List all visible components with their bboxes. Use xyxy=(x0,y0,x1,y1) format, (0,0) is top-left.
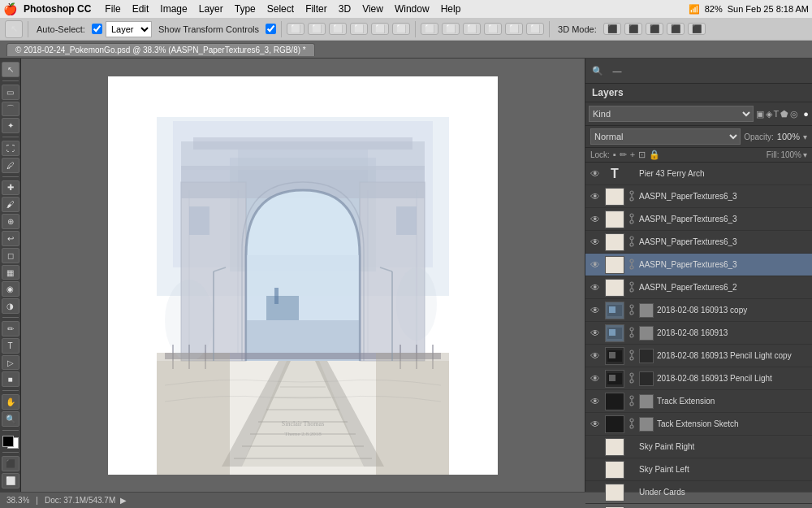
opacity-value[interactable]: 100% xyxy=(777,132,800,141)
align-center-btn[interactable]: ⬜ xyxy=(308,23,326,35)
lock-all-icon[interactable]: 🔒 xyxy=(649,150,660,160)
menu-select[interactable]: Select xyxy=(261,3,300,15)
panel-minimize-btn[interactable]: — xyxy=(608,62,626,80)
show-transform-checkbox[interactable] xyxy=(266,24,276,34)
layer-link-icon[interactable] xyxy=(628,350,636,363)
layer-visibility-toggle[interactable]: 👁 xyxy=(589,259,602,271)
layer-row[interactable]: 👁AASPN_PaperTextures6_3 xyxy=(585,254,812,276)
search-panel-btn[interactable]: 🔍 xyxy=(589,62,607,80)
layer-visibility-toggle[interactable]: 👁 xyxy=(589,282,602,293)
layer-row[interactable]: 👁AASPN_ArtPlayPaletteArtsy_SolidPaper0 xyxy=(585,504,812,508)
layer-row[interactable]: 👁TPier 43 Ferry Arch xyxy=(585,163,812,185)
menu-help[interactable]: Help xyxy=(435,3,467,15)
layer-row[interactable]: 👁2018-02-08 160913 Pencil Light xyxy=(585,367,812,390)
distribute-left-btn[interactable]: ⬜ xyxy=(421,23,438,35)
dodge-tool[interactable]: ◑ xyxy=(2,298,19,314)
layer-row[interactable]: 👁2018-02-08 160913 copy xyxy=(585,299,812,322)
apple-menu[interactable]: 🍎 xyxy=(3,2,17,15)
filter-shape-icon[interactable]: ⬟ xyxy=(780,109,788,119)
menu-image[interactable]: Image xyxy=(154,3,192,15)
blend-mode-select[interactable]: Normal Multiply Screen Overlay xyxy=(590,128,741,145)
opacity-arrow[interactable]: ▾ xyxy=(803,132,807,141)
layer-visibility-toggle[interactable]: 👁 xyxy=(589,305,602,316)
layer-row[interactable]: 👁AASPN_PaperTextures6_3 xyxy=(585,185,812,208)
lock-artboard-icon[interactable]: ⊡ xyxy=(638,150,646,160)
menu-filter[interactable]: Filter xyxy=(300,3,333,15)
canvas-area[interactable]: Sinclair Thomas Theme 2.8.2018 xyxy=(21,59,585,492)
lock-image-icon[interactable]: ✏ xyxy=(620,150,627,160)
layer-row[interactable]: 👁AASPN_PaperTextures6_3 xyxy=(585,231,812,254)
fill-arrow[interactable]: ▾ xyxy=(803,150,807,159)
3d-mode-btn4[interactable]: ⬛ xyxy=(667,23,685,35)
filter-pixel-icon[interactable]: ▣ xyxy=(756,109,764,119)
align-middle-btn[interactable]: ⬜ xyxy=(371,23,389,35)
path-selection-tool[interactable]: ▷ xyxy=(2,355,19,371)
layer-visibility-toggle[interactable]: 👁 xyxy=(589,191,602,202)
color-swatches[interactable] xyxy=(2,436,19,449)
eraser-tool[interactable]: ◻ xyxy=(2,248,19,263)
healing-tool[interactable]: ✚ xyxy=(2,180,19,196)
doc-tab[interactable]: © 2018-02-24_PokemonGo.psd @ 38.3% (AASP… xyxy=(6,43,315,56)
layer-row[interactable]: Sky Paint Left xyxy=(585,458,812,481)
align-bottom-btn[interactable]: ⬜ xyxy=(392,23,410,35)
layer-link-icon[interactable] xyxy=(628,327,636,340)
menu-file[interactable]: File xyxy=(99,3,126,15)
layer-visibility-toggle[interactable]: 👁 xyxy=(589,396,602,407)
layer-link-icon[interactable] xyxy=(628,258,636,271)
layer-link-icon[interactable] xyxy=(628,418,636,431)
layer-list[interactable]: 👁TPier 43 Ferry Arch👁AASPN_PaperTextures… xyxy=(585,163,812,508)
layer-visibility-toggle[interactable]: 👁 xyxy=(589,373,602,384)
hand-tool[interactable]: ✋ xyxy=(2,394,19,410)
layer-visibility-toggle[interactable]: 👁 xyxy=(589,214,602,225)
layer-row[interactable]: 👁2018-02-08 160913 Pencil Light copy xyxy=(585,345,812,367)
distribute-right-btn[interactable]: ⬜ xyxy=(463,23,481,35)
menu-window[interactable]: Window xyxy=(389,3,435,15)
layer-link-icon[interactable] xyxy=(628,213,636,226)
lock-position-icon[interactable]: + xyxy=(630,150,635,160)
layer-visibility-toggle[interactable]: 👁 xyxy=(589,168,602,180)
screen-mode-btn[interactable]: ⬜ xyxy=(2,473,19,488)
pen-tool[interactable]: ✏ xyxy=(2,321,19,336)
layer-link-icon[interactable] xyxy=(628,190,636,203)
layer-visibility-toggle[interactable]: 👁 xyxy=(589,328,602,339)
layer-link-icon[interactable] xyxy=(628,304,636,317)
auto-select-checkbox[interactable] xyxy=(92,24,102,34)
layer-row[interactable]: 👁Track Extension xyxy=(585,390,812,413)
3d-mode-btn1[interactable]: ⬛ xyxy=(603,23,621,35)
filter-type-icon[interactable]: T xyxy=(774,109,780,119)
fill-value[interactable]: 100% xyxy=(780,150,801,159)
history-tool[interactable]: ↩ xyxy=(2,231,19,246)
layer-visibility-toggle[interactable]: 👁 xyxy=(589,237,602,248)
layer-row[interactable]: Under Cards xyxy=(585,481,812,504)
type-tool[interactable]: T xyxy=(2,338,19,354)
3d-mode-btn2[interactable]: ⬛ xyxy=(624,23,642,35)
distribute-center-btn[interactable]: ⬜ xyxy=(442,23,460,35)
menu-3d[interactable]: 3D xyxy=(333,3,356,15)
layer-row[interactable]: 👁Tack Extension Sketch xyxy=(585,413,812,436)
marquee-tool[interactable]: ▭ xyxy=(2,85,19,100)
blur-tool[interactable]: ◉ xyxy=(2,281,19,297)
lock-transparent-icon[interactable]: ▪ xyxy=(613,150,616,160)
mask-mode-btn[interactable]: ⬛ xyxy=(2,456,19,471)
auto-select-dropdown[interactable]: Layer Group xyxy=(106,21,152,37)
filter-adjust-icon[interactable]: ◈ xyxy=(766,109,772,119)
align-top-btn[interactable]: ⬜ xyxy=(350,23,368,35)
gradient-tool[interactable]: ▦ xyxy=(2,265,19,280)
layer-visibility-toggle[interactable]: 👁 xyxy=(589,419,602,430)
3d-mode-btn3[interactable]: ⬛ xyxy=(646,23,663,35)
layer-link-icon[interactable] xyxy=(628,236,636,249)
filter-kind-select[interactable]: Kind Name Effect Mode Attribute Color xyxy=(589,106,754,122)
clone-tool[interactable]: ⊕ xyxy=(2,214,19,229)
filter-smart-icon[interactable]: ◎ xyxy=(790,109,798,119)
crop-tool[interactable]: ⛶ xyxy=(2,141,19,156)
wand-tool[interactable]: ✦ xyxy=(2,118,19,133)
eyedropper-tool[interactable]: 🖊 xyxy=(2,158,19,173)
distribute-middle-btn[interactable]: ⬜ xyxy=(505,23,523,35)
zoom-tool[interactable]: 🔍 xyxy=(2,411,19,427)
menu-layer[interactable]: Layer xyxy=(193,3,229,15)
layer-link-icon[interactable] xyxy=(628,395,636,408)
brush-tool[interactable]: 🖌 xyxy=(2,197,19,212)
align-right-btn[interactable]: ⬜ xyxy=(329,23,347,35)
move-tool-btn[interactable]: ↖ xyxy=(5,20,23,38)
move-tool[interactable]: ↖ xyxy=(2,62,19,77)
